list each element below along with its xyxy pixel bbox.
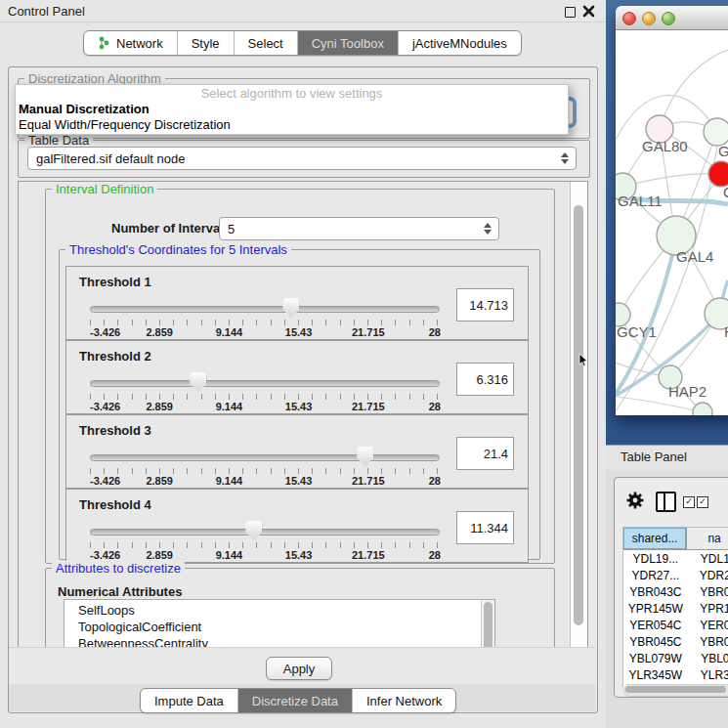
columns-icon[interactable] [656, 492, 676, 512]
threshold-value-input[interactable]: 11.344 [456, 511, 514, 544]
table-row[interactable]: YLR345W YLR3 [623, 666, 728, 683]
table-row[interactable]: YDR27... YDR2 [623, 567, 728, 583]
number-of-intervals-combo[interactable]: 5 [219, 217, 499, 240]
network-edge[interactable] [660, 50, 728, 129]
slider-ticks [90, 320, 438, 325]
tick-label: -3.426 [90, 326, 120, 338]
slider-track[interactable] [90, 529, 440, 535]
stepper-arrows-icon [561, 152, 569, 164]
table-row[interactable]: YPR145W YPR1 [623, 600, 728, 617]
table-row[interactable]: YBL079W YBL0 [623, 650, 728, 666]
node-table[interactable]: shared... na YDL19... YDL1 YDR27... YDR2… [622, 527, 728, 687]
threshold-value-input[interactable]: 6.316 [456, 363, 514, 396]
attributes-scrollbar[interactable] [481, 600, 494, 649]
settings-vertical-scrollbar[interactable] [570, 182, 587, 648]
table-row[interactable]: YER054C YER0 [623, 617, 728, 633]
numerical-attributes-label: Numerical Attributes [58, 584, 182, 599]
checkbox-icon[interactable]: ✓ [683, 496, 695, 508]
attribute-item[interactable]: TopologicalCoefficient [78, 619, 494, 635]
tick-label: 15.43 [285, 401, 313, 412]
slider-tick-labels: -3.4262.8599.14415.4321.71528 [90, 326, 438, 338]
tick-label: 9.144 [216, 549, 243, 561]
column-header-name[interactable]: na [687, 528, 728, 549]
close-traffic-light-icon[interactable] [622, 12, 636, 25]
checkbox-icon[interactable]: ✓ [697, 496, 708, 508]
tab-infer-network[interactable]: Infer Network [352, 689, 455, 712]
tab-style[interactable]: Style [177, 31, 234, 55]
network-desktop: GAL80GACGAL11GAL4GCY1HHAP2 [606, 0, 728, 445]
network-node-label: GCY1 [617, 323, 657, 340]
slider-thumb[interactable] [245, 521, 262, 540]
zoom-traffic-light-icon[interactable] [662, 12, 675, 25]
attribute-item[interactable]: SelfLoops [78, 602, 494, 619]
cell-name: YDL1 [688, 550, 728, 567]
threshold-slider[interactable]: -3.4262.8599.14415.4321.71528 [90, 296, 438, 337]
tick-label: 2.859 [146, 401, 173, 412]
tick-label: 15.43 [285, 549, 313, 561]
network-node-label: C [723, 184, 728, 200]
tab-jactivemnodules[interactable]: jActiveMNodules [398, 31, 521, 55]
cell-shared-name: YBR045C [623, 633, 688, 650]
table-panel-box: ✓ ✓ shared... na YDL19... YDL1 YDR27... … [614, 477, 728, 698]
network-node-label: GAL11 [618, 193, 663, 209]
cell-shared-name: YDL19... [623, 550, 688, 567]
network-edge[interactable] [622, 174, 721, 187]
table-horizontal-scrollbar[interactable] [623, 684, 728, 697]
dropdown-option-equal-width[interactable]: Equal Width/Frequency Discretization [16, 117, 568, 133]
slider-ticks [90, 468, 438, 474]
apply-button[interactable]: Apply [266, 657, 332, 680]
tick-label: 21.715 [352, 549, 385, 561]
tick-label: 15.43 [285, 475, 313, 487]
network-canvas[interactable]: GAL80GACGAL11GAL4GCY1HHAP2 [616, 30, 728, 415]
tab-cyni-toolbox[interactable]: Cyni Toolbox [297, 31, 398, 55]
tab-discretize-data[interactable]: Discretize Data [237, 689, 352, 712]
gear-icon[interactable] [625, 491, 645, 513]
table-row[interactable]: YBR043C YBR0 [623, 583, 728, 600]
table-row[interactable]: YDL19... YDL1 [623, 550, 728, 567]
threshold-box: Threshold 1 -3.4262.8599.14415.4321.7152… [65, 266, 529, 340]
table-header-row: shared... na [623, 528, 728, 550]
tab-impute-data[interactable]: Impute Data [141, 689, 237, 712]
network-node[interactable] [693, 403, 712, 415]
slider-tick-labels: -3.4262.8599.14415.4321.71528 [90, 401, 438, 412]
network-window: GAL80GACGAL11GAL4GCY1HHAP2 [616, 6, 728, 415]
threshold-label: Threshold 4 [79, 497, 151, 512]
threshold-box: Threshold 3 -3.4262.8599.14415.4321.7152… [65, 414, 529, 489]
slider-thumb[interactable] [190, 372, 206, 392]
tab-select[interactable]: Select [234, 31, 297, 55]
tick-label: 2.859 [146, 475, 173, 487]
thresholds-group: Threshold's Coordinates for 5 Intervals … [59, 249, 540, 560]
apply-bar: Apply [9, 647, 595, 685]
threshold-value-input[interactable]: 21.4 [456, 437, 514, 470]
slider-thumb[interactable] [357, 447, 373, 466]
minimize-traffic-light-icon[interactable] [642, 12, 656, 25]
slider-thumb[interactable] [282, 298, 299, 318]
threshold-value-input[interactable]: 14.713 [456, 288, 514, 321]
close-icon[interactable] [582, 5, 595, 18]
tick-label: 21.715 [352, 326, 385, 338]
dropdown-option-manual[interactable]: Manual Discretization [16, 102, 568, 117]
numerical-attributes-list[interactable]: SelfLoopsTopologicalCoefficientBetweenne… [64, 599, 495, 649]
table-data-title: Table Data [24, 133, 93, 148]
cell-name: YLR3 [688, 666, 728, 683]
table-row[interactable]: YBR045C YBR0 [623, 633, 728, 650]
network-node[interactable] [704, 118, 728, 146]
slider-ticks [90, 394, 438, 400]
table-data-combo[interactable]: galFiltered.sif default node [27, 147, 577, 170]
column-header-shared-name[interactable]: shared... [623, 528, 687, 549]
float-icon[interactable] [565, 7, 576, 18]
threshold-slider[interactable]: -3.4262.8599.14415.4321.71528 [90, 519, 438, 560]
threshold-slider[interactable]: -3.4262.8599.14415.4321.71528 [90, 370, 438, 411]
cell-name: YDR2 [688, 567, 728, 583]
cell-shared-name: YLR345W [623, 666, 688, 683]
slider-track[interactable] [90, 380, 440, 387]
slider-track[interactable] [90, 454, 440, 461]
attributes-title: Attributes to discretize [52, 561, 185, 576]
table-panel-body: ✓ ✓ shared... na YDL19... YDL1 YDR27... … [606, 470, 728, 728]
tab-network[interactable]: Network [84, 31, 177, 55]
settings-scroll-panel: Interval Definition Number of Intervals … [18, 181, 588, 649]
slider-tick-labels: -3.4262.8599.14415.4321.71528 [90, 475, 438, 487]
slider-track[interactable] [90, 306, 440, 313]
threshold-slider[interactable]: -3.4262.8599.14415.4321.71528 [90, 445, 438, 486]
threshold-label: Threshold 3 [79, 423, 151, 438]
